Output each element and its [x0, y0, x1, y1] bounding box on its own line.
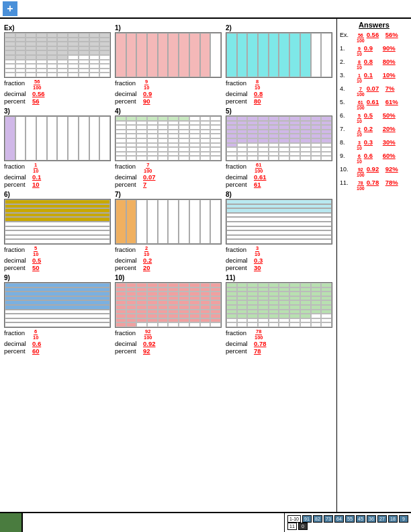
- problem-0: Ex) fraction56100 decimal0.56 percent56: [4, 24, 111, 105]
- content-area: Ex) fraction56100 decimal0.56 percent56 …: [0, 19, 337, 512]
- answer-row: 1. 910 0.9 90%: [340, 44, 408, 56]
- problem-10: 10) fraction92100 decimal0.92 percent92: [115, 274, 222, 355]
- problem-5: 5) fraction61100 decimal0.61 percent61: [226, 107, 332, 188]
- problem-6: 6) fraction510 decimal0.5 percent50: [4, 191, 111, 271]
- stat-45: 45: [356, 515, 365, 523]
- answers-container: Ex. 56100 0.56 56% 1. 910 0.9 90% 2. 810…: [340, 31, 408, 191]
- stat-82: 82: [313, 515, 322, 523]
- stat-row-2: 11 0: [287, 523, 408, 530]
- answer-row: 8. 310 0.3 30%: [340, 138, 408, 150]
- stat-91: 91: [302, 515, 312, 523]
- main-container: Ex) fraction56100 decimal0.56 percent56 …: [0, 19, 411, 512]
- header: +: [0, 0, 411, 19]
- stat-27: 27: [377, 515, 387, 523]
- answer-row: 2. 810 0.8 80%: [340, 58, 408, 70]
- problems-container: Ex) fraction56100 decimal0.56 percent56 …: [4, 24, 332, 355]
- answer-row: 11. 78100 0.78 78%: [340, 179, 408, 191]
- stat-64: 64: [334, 515, 344, 523]
- stat-73: 73: [324, 515, 333, 523]
- footer: 1-10 91 82 73 64 55 45 36 27 18 9 11 0: [0, 512, 411, 532]
- answer-panel: Answers Ex. 56100 0.56 56% 1. 910 0.9 90…: [337, 19, 411, 512]
- stat-11: 11: [287, 523, 297, 530]
- answer-row: 4. 7100 0.07 7%: [340, 85, 408, 97]
- problem-7: 7) fraction210 decimal0.2 percent20: [115, 191, 222, 271]
- footer-stats: 1-10 91 82 73 64 55 45 36 27 18 9 11 0: [284, 513, 411, 532]
- problem-11: 11) fraction78100 decimal0.78 percent78: [226, 274, 332, 355]
- answer-row: 9. 610 0.6 60%: [340, 152, 408, 164]
- stat-18: 18: [388, 515, 398, 523]
- answer-row: Ex. 56100 0.56 56%: [340, 31, 408, 43]
- stat-36: 36: [367, 515, 376, 523]
- answers-title: Answers: [340, 21, 408, 29]
- answer-row: 5. 61100 0.61 61%: [340, 98, 408, 110]
- problem-8: 8) fraction310 decimal0.3 percent30: [226, 191, 332, 271]
- stat-range: 1-10: [287, 515, 301, 523]
- answer-row: 10. 92100 0.92 92%: [340, 165, 408, 177]
- answer-row: 3. 110 0.1 10%: [340, 71, 408, 83]
- problem-9: 9) fraction610 decimal0.6 percent60: [4, 274, 111, 355]
- problem-4: 4) fraction7100 decimal0.07 percent7: [115, 107, 222, 188]
- footer-math-label: [0, 513, 23, 532]
- logo-plus: +: [3, 1, 17, 16]
- problem-1: 1) fraction910 decimal0.9 percent90: [115, 24, 222, 105]
- problem-2: 2) fraction810 decimal0.8 percent80: [226, 24, 332, 105]
- stat-row-1: 1-10 91 82 73 64 55 45 36 27 18 9: [287, 515, 408, 523]
- stat-0: 0: [298, 523, 308, 530]
- answer-row: 6. 510 0.5 50%: [340, 112, 408, 124]
- stat-9: 9: [399, 515, 408, 523]
- stat-55: 55: [345, 515, 355, 523]
- problem-3: 3) fraction110 decimal0.1 percent10: [4, 107, 111, 188]
- answer-row: 7. 210 0.2 20%: [340, 125, 408, 137]
